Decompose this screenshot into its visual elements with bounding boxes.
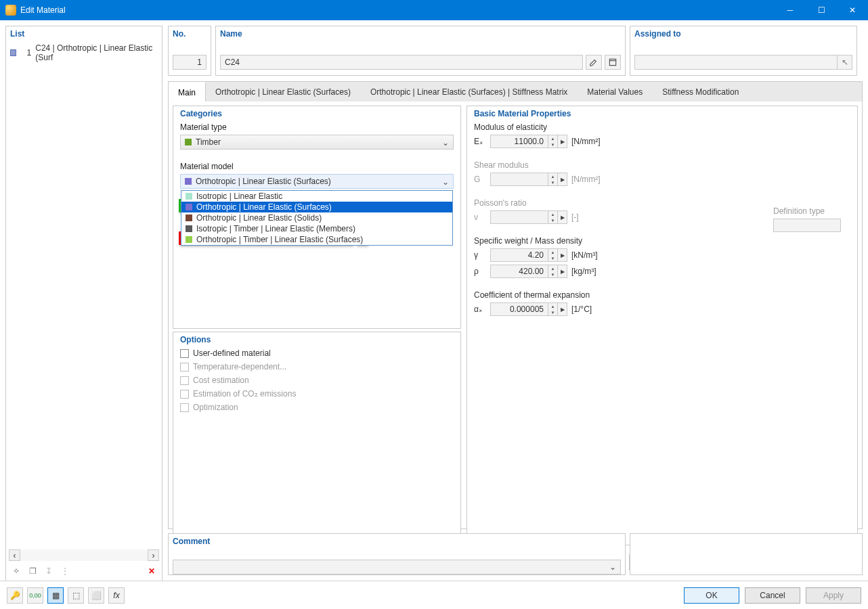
- gamma-input[interactable]: 4.20: [490, 248, 548, 262]
- material-model-dropdown: Isotropic | Linear Elastic Orthotropic |…: [181, 190, 453, 246]
- basic-properties-group: Basic Material Properties Modulus of ela…: [466, 106, 858, 545]
- dropdown-item[interactable]: Orthotropic | Linear Elastic (Solids): [181, 212, 452, 223]
- dropdown-item[interactable]: Isotropic | Linear Elastic: [181, 191, 452, 202]
- comment-header: Comment: [169, 534, 625, 549]
- assigned-input[interactable]: ↖: [634, 55, 852, 70]
- material-type-label: Material type: [180, 122, 454, 132]
- toolbar-button-4[interactable]: ⋮: [58, 564, 72, 579]
- assigned-label: Assigned to: [630, 26, 856, 41]
- list-header: List: [6, 26, 162, 41]
- tab-stiffness-modification[interactable]: Stiffness Modification: [653, 82, 749, 102]
- rho-row: ρ 420.00 ▲▼ ▶ [kg/m³]: [474, 265, 850, 278]
- edit-name-button[interactable]: [586, 55, 602, 70]
- material-model-label: Material model: [180, 162, 454, 171]
- shear-row: G ▲▼ ▶ [N/mm²]: [474, 173, 850, 186]
- comment-input[interactable]: ⌄: [173, 560, 621, 574]
- scroll-left-icon[interactable]: ‹: [9, 549, 20, 561]
- timber-swatch-icon: [185, 139, 192, 145]
- scroll-right-icon[interactable]: ›: [148, 549, 159, 561]
- option-optimization: Optimization: [180, 403, 454, 412]
- number-label: No.: [169, 26, 211, 41]
- maximize-button[interactable]: ☐: [806, 0, 837, 20]
- checkbox[interactable]: [180, 349, 189, 358]
- thermal-label: Coefficient of thermal expansion: [474, 290, 850, 300]
- cancel-button[interactable]: Cancel: [745, 587, 800, 604]
- units-button[interactable]: 0,00: [27, 587, 43, 604]
- number-input[interactable]: 1: [173, 55, 207, 70]
- basic-header: Basic Material Properties: [474, 109, 850, 118]
- stepper-button[interactable]: ▶: [558, 135, 567, 148]
- chevron-down-icon: ⌄: [442, 138, 449, 148]
- name-input[interactable]: C24: [220, 55, 583, 70]
- checkbox: [180, 363, 189, 371]
- categories-header: Categories: [180, 109, 454, 118]
- modulus-input[interactable]: 11000.0: [490, 135, 548, 148]
- view-button-3[interactable]: ⬜: [88, 587, 104, 604]
- checkbox: [180, 403, 189, 412]
- material-model-select[interactable]: Orthotropic | Linear Elastic (Surfaces) …: [180, 174, 454, 189]
- checkbox: [180, 376, 189, 385]
- alpha-row: αₓ 0.000005 ▲▼ ▶ [1/°C]: [474, 302, 850, 316]
- help-button[interactable]: 🔑: [7, 587, 23, 604]
- gamma-row: γ 4.20 ▲▼ ▶ [kN/m³]: [474, 248, 850, 262]
- main-content: Categories Material type Timber ⌄ Materi…: [168, 102, 863, 529]
- script-button[interactable]: fx: [108, 587, 125, 604]
- tab-bar: Main Orthotropic | Linear Elastic (Surfa…: [168, 81, 863, 102]
- option-temperature: Temperature-dependent...: [180, 362, 454, 371]
- name-label: Name: [216, 26, 625, 41]
- delete-button[interactable]: ✕: [144, 564, 159, 579]
- duplicate-button[interactable]: ❐: [25, 564, 40, 579]
- assigned-panel: Assigned to ↖: [630, 26, 857, 76]
- tab-main[interactable]: Main: [169, 82, 206, 102]
- tab-material-values[interactable]: Material Values: [578, 82, 653, 102]
- dropdown-item[interactable]: Isotropic | Timber | Linear Elastic (Mem…: [181, 223, 452, 234]
- footer-bar: 🔑 0,00 ▦ ⬚ ⬜ fx OK Cancel Apply: [0, 581, 868, 609]
- pick-icon[interactable]: ↖: [837, 55, 852, 70]
- minimize-button[interactable]: ─: [775, 0, 806, 20]
- option-cost: Cost estimation: [180, 376, 454, 385]
- ok-button[interactable]: OK: [684, 587, 739, 604]
- spinner[interactable]: ▲▼: [548, 135, 558, 148]
- modulus-label: Modulus of elasticity: [474, 122, 850, 132]
- view-button-2[interactable]: ⬚: [68, 587, 84, 604]
- app-icon: [5, 5, 16, 16]
- shear-label: Shear modulus: [474, 160, 850, 170]
- rho-input[interactable]: 420.00: [490, 265, 548, 278]
- list-item-label: C24 | Orthotropic | Linear Elastic (Surf: [35, 43, 158, 62]
- material-swatch-icon: [10, 49, 16, 56]
- option-co2: Estimation of CO₂ emissions: [180, 389, 454, 399]
- view-button-1[interactable]: ▦: [47, 587, 64, 604]
- chevron-down-icon: ⌄: [605, 562, 620, 572]
- model-swatch-icon: [185, 178, 192, 185]
- option-user-defined[interactable]: User-defined material: [180, 348, 454, 358]
- weight-label: Specific weight / Mass density: [474, 236, 850, 246]
- list-item-number: 1: [20, 48, 31, 58]
- number-panel: No. 1: [168, 26, 211, 76]
- apply-button[interactable]: Apply: [806, 587, 861, 604]
- options-group: Options User-defined material Temperatur…: [173, 332, 461, 545]
- material-type-select[interactable]: Timber ⌄: [180, 135, 454, 150]
- bottom-right-panel: [630, 533, 863, 575]
- dropdown-item[interactable]: Orthotropic | Linear Elastic (Surfaces): [181, 202, 452, 212]
- tab-ortho-surfaces[interactable]: Orthotropic | Linear Elastic (Surfaces): [206, 82, 361, 102]
- close-button[interactable]: ✕: [837, 0, 868, 20]
- list-panel: List 1 C24 | Orthotropic | Linear Elasti…: [5, 26, 162, 582]
- modulus-row: Eₓ 11000.0 ▲▼ ▶ [N/mm²]: [474, 135, 850, 148]
- list-scrollbar[interactable]: ‹ ›: [9, 549, 159, 561]
- comment-panel: Comment ⌄ ❐: [168, 533, 626, 575]
- list-item[interactable]: 1 C24 | Orthotropic | Linear Elastic (Su…: [9, 43, 159, 63]
- dropdown-item[interactable]: Orthotropic | Timber | Linear Elastic (S…: [181, 234, 452, 245]
- new-item-button[interactable]: ✧: [9, 564, 24, 579]
- alpha-input[interactable]: 0.000005: [490, 302, 548, 316]
- toolbar-button-3[interactable]: ↧: [41, 564, 56, 579]
- chevron-down-icon: ⌄: [442, 177, 449, 187]
- library-button[interactable]: [605, 55, 621, 70]
- definition-type-label: Definition type: [773, 206, 841, 216]
- shear-input: [490, 173, 548, 186]
- checkbox: [180, 390, 189, 399]
- tab-stiffness-matrix[interactable]: Orthotropic | Linear Elastic (Surfaces) …: [361, 82, 578, 102]
- window-title: Edit Material: [20, 5, 775, 15]
- definition-type-input: [773, 219, 841, 232]
- name-panel: Name C24: [215, 26, 626, 76]
- categories-group: Categories Material type Timber ⌄ Materi…: [173, 106, 461, 329]
